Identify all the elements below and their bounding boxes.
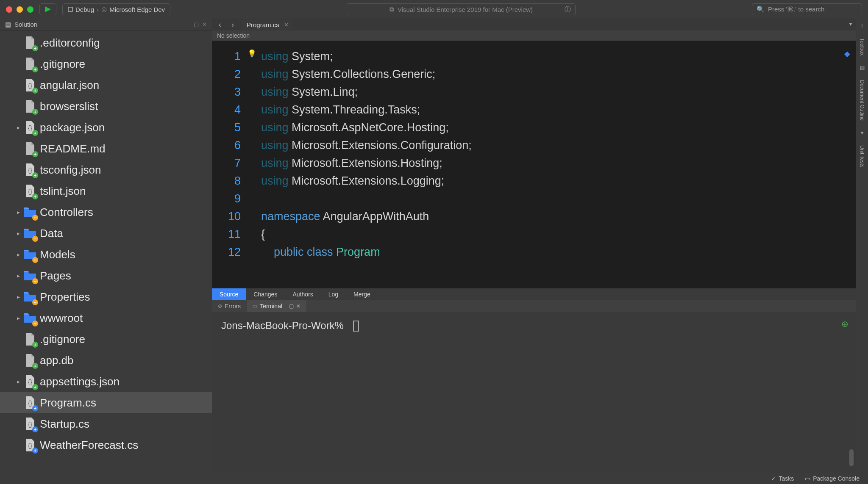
app-title: Visual Studio Enterprise 2019 for Mac (P… [398, 6, 533, 13]
tree-item--gitignore[interactable]: +.gitignore [0, 53, 212, 75]
terminal-panel[interactable]: Jons-MacBook-Pro-Work% ⊕ [212, 312, 856, 473]
json-icon: {}+ [24, 121, 36, 134]
info-icon[interactable]: ⓘ [565, 6, 571, 14]
tree-item-startup-cs[interactable]: {}+Startup.cs [0, 413, 212, 434]
nav-forward-button[interactable]: › [228, 20, 237, 29]
tests-label[interactable]: Unit Tests [859, 145, 865, 167]
svg-marker-0 [45, 6, 51, 12]
outline-label[interactable]: Document Outline [859, 80, 865, 121]
run-button[interactable] [39, 3, 56, 15]
outline-icon[interactable]: ▤ [860, 65, 865, 71]
close-tab-icon[interactable]: ✕ [284, 22, 289, 28]
tree-item-label: .gitignore [40, 333, 85, 346]
lightbulb-icon[interactable]: 💡 [248, 49, 256, 58]
file-tab-label: Program.cs [247, 21, 279, 28]
minimize-window-button[interactable] [17, 6, 23, 13]
tree-item--editorconfig[interactable]: +.editorconfig [0, 32, 212, 53]
tree-item-app-db[interactable]: +app.db [0, 350, 212, 371]
pane-close-icon[interactable]: ✕ [296, 303, 300, 309]
errors-tab-label: Errors [225, 303, 241, 310]
expand-chevron-icon[interactable]: ▸ [14, 293, 22, 300]
tree-item-controllers[interactable]: ▸−Controllers [0, 202, 212, 223]
pane-pop-icon[interactable]: ▢ [289, 303, 294, 309]
vcs-badge-icon: + [32, 88, 38, 94]
tree-item-models[interactable]: ▸−Models [0, 244, 212, 265]
console-label: Package Console [813, 475, 860, 482]
tests-icon[interactable]: ✦ [860, 130, 864, 136]
tree-item-weatherforecast-cs[interactable]: {}+WeatherForecast.cs [0, 434, 212, 456]
lowtab-merge[interactable]: Merge [346, 288, 378, 300]
errors-panel-tab[interactable]: ⊘ Errors [212, 300, 247, 312]
breadcrumb-label: No selection [217, 32, 250, 39]
tree-item--gitignore[interactable]: +.gitignore [0, 329, 212, 350]
run-config-label: Debug [75, 6, 94, 13]
lowtab-changes[interactable]: Changes [246, 288, 285, 300]
expand-chevron-icon[interactable]: ▸ [14, 251, 22, 258]
tree-item-appsettings-json[interactable]: ▸{}+appsettings.json [0, 371, 212, 392]
json-icon: {}+ [24, 417, 36, 431]
tree-item-label: browserslist [40, 100, 98, 113]
console-icon: ▭ [805, 475, 810, 482]
global-search[interactable]: 🔍 Press '⌘.' to search [752, 3, 862, 15]
tree-item-readme-md[interactable]: +README.md [0, 138, 212, 159]
expand-chevron-icon[interactable]: ▸ [14, 315, 22, 321]
tree-item-pages[interactable]: ▸−Pages [0, 265, 212, 286]
folder-icon: − [24, 269, 36, 282]
toolbox-icon[interactable]: T [860, 23, 863, 29]
lowtab-authors[interactable]: Authors [285, 288, 320, 300]
expand-chevron-icon[interactable]: ▸ [14, 378, 22, 385]
folder-icon: − [24, 205, 36, 219]
file-tab-program[interactable]: Program.cs ✕ [241, 19, 292, 30]
solution-tree[interactable]: +.editorconfig+.gitignore{}+angular.json… [0, 30, 212, 473]
target-icon: ◎ [101, 6, 107, 13]
tree-item-data[interactable]: ▸−Data [0, 223, 212, 244]
tree-item-properties[interactable]: ▸−Properties [0, 286, 212, 307]
tab-overflow-icon[interactable]: ▾ [849, 21, 852, 27]
tree-item-label: Controllers [40, 206, 93, 219]
solution-explorer-header: ▤ Solution ▢ ✕ [0, 19, 212, 30]
vcs-badge-icon: + [32, 363, 38, 369]
nav-back-button[interactable]: ‹ [215, 20, 225, 29]
pane-pop-icon[interactable]: ▢ [194, 21, 199, 28]
code-editor[interactable]: 123456789101112 💡 ◆ using System; using … [212, 41, 856, 288]
svg-rect-1 [68, 7, 72, 11]
window-controls [6, 6, 33, 13]
tasks-status[interactable]: ✓ Tasks [771, 475, 794, 482]
tree-item-tslint-json[interactable]: {}+tslint.json [0, 180, 212, 202]
breadcrumb[interactable]: No selection [212, 30, 856, 41]
expand-chevron-icon[interactable]: ▸ [14, 230, 22, 237]
new-terminal-button[interactable]: ⊕ [841, 319, 849, 329]
svg-text:{}: {} [28, 420, 32, 428]
tree-item-label: .editorconfig [40, 36, 100, 50]
terminal-panel-tab[interactable]: ▭ Terminal ▢ ✕ [247, 300, 306, 312]
vcs-badge-icon: + [32, 66, 38, 72]
lowtab-log[interactable]: Log [321, 288, 346, 300]
vcs-badge-icon: − [32, 321, 38, 326]
terminal-scrollbar[interactable] [849, 449, 854, 466]
run-config-selector[interactable]: Debug › ◎ Microsoft Edge Dev [62, 3, 170, 15]
expand-chevron-icon[interactable]: ▸ [14, 124, 22, 131]
package-console-status[interactable]: ▭ Package Console [805, 475, 860, 482]
terminal-prompt: Jons-MacBook-Pro-Work% [221, 320, 344, 331]
expand-chevron-icon[interactable]: ▸ [14, 209, 22, 216]
tree-item-angular-json[interactable]: {}+angular.json [0, 75, 212, 96]
tree-item-wwwroot[interactable]: ▸−wwwroot [0, 307, 212, 329]
tree-item-browserslist[interactable]: +browserslist [0, 96, 212, 117]
tree-item-tsconfig-json[interactable]: {}+tsconfig.json [0, 159, 212, 180]
expand-chevron-icon[interactable]: ▸ [14, 272, 22, 279]
toolbox-label[interactable]: Toolbox [859, 38, 865, 55]
maximize-window-button[interactable] [27, 6, 33, 13]
pane-close-icon[interactable]: ✕ [202, 21, 207, 28]
tree-item-program-cs[interactable]: {}+Program.cs [0, 392, 212, 413]
vcs-badge-icon: + [32, 426, 38, 432]
solution-icon: ▤ [5, 21, 11, 28]
tree-item-label: tsconfig.json [40, 163, 101, 177]
close-window-button[interactable] [6, 6, 12, 13]
code-content[interactable]: using System; using System.Collections.G… [245, 41, 472, 288]
vs-logo-icon: ⧉ [389, 6, 394, 13]
lowtab-source[interactable]: Source [212, 288, 246, 300]
folder-icon: − [24, 248, 36, 261]
svg-text:{}: {} [28, 442, 32, 449]
right-tool-rail: T Toolbox ▤ Document Outline ✦ Unit Test… [856, 19, 868, 473]
tree-item-package-json[interactable]: ▸{}+package.json [0, 117, 212, 138]
